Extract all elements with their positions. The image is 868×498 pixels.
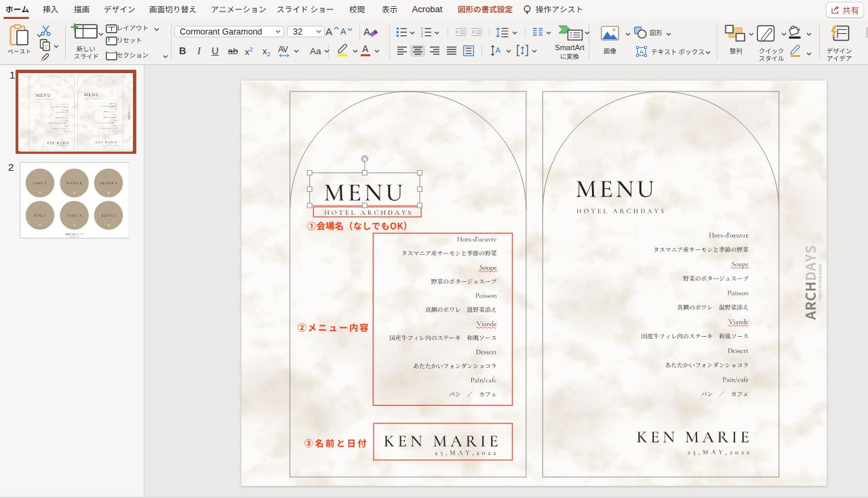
- svg-text:3: 3: [421, 34, 423, 37]
- svg-text:A: A: [639, 48, 644, 56]
- svg-text:A: A: [496, 46, 501, 54]
